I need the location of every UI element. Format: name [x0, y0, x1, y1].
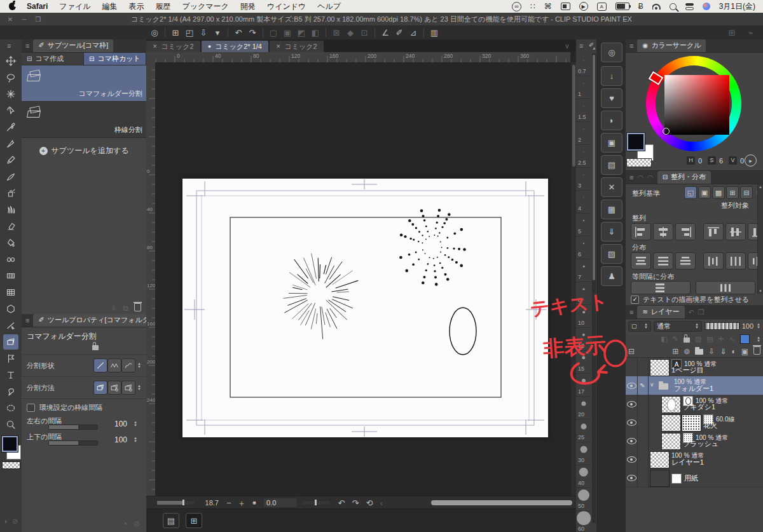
- layer-row-フキダシ1[interactable]: 100 % 通常フキダシ1: [626, 395, 763, 414]
- lock-layer-icon[interactable]: ▨: [695, 335, 701, 343]
- color-wheel-menu-icon[interactable]: ≡: [629, 42, 633, 50]
- layer-row-レイヤー1[interactable]: 100 % 通常レイヤー1: [626, 450, 763, 469]
- edit-column[interactable]: [637, 358, 649, 376]
- align-top-icon[interactable]: [703, 223, 724, 240]
- brush-size-20[interactable]: 20: [576, 397, 591, 419]
- text-tool[interactable]: [3, 367, 18, 383]
- distribute-left-icon[interactable]: [703, 252, 724, 269]
- tab-close-icon[interactable]: ✕: [153, 43, 158, 50]
- decoration-tool[interactable]: [3, 202, 18, 217]
- compare-view-icon[interactable]: ⊞: [186, 513, 202, 528]
- subtool-tab-コマ作成[interactable]: ⊟コマ作成: [22, 53, 84, 65]
- canvas-horizontal-scrollbar[interactable]: [387, 496, 576, 509]
- sv-square[interactable]: [664, 75, 729, 135]
- material-3d-icon[interactable]: ♟: [601, 266, 622, 286]
- subtool-tab-コマ枠カット[interactable]: ⊟コマ枠カット: [84, 53, 146, 65]
- brush-size-25[interactable]: 25: [576, 419, 591, 442]
- delete-layer-icon[interactable]: [753, 346, 760, 356]
- toolbox-menu-icon[interactable]: ≡: [7, 42, 11, 50]
- zoom-out-icon[interactable]: −: [223, 499, 235, 507]
- add-subtool-button[interactable]: + サブツールを追加する: [22, 138, 146, 163]
- mask-extra-icon[interactable]: ▣: [741, 348, 748, 355]
- material-tone-icon[interactable]: ▨: [601, 244, 622, 264]
- balloon-tool[interactable]: [3, 384, 18, 399]
- brush-size-1.5[interactable]: 1.5: [576, 99, 591, 122]
- brush-size-50[interactable]: 50: [576, 488, 591, 511]
- distribute-h-center-icon[interactable]: [725, 252, 746, 269]
- edit-column[interactable]: [637, 413, 649, 432]
- brush-size-30[interactable]: 30: [576, 442, 591, 465]
- canvas-page[interactable]: [182, 179, 548, 437]
- reset-to-default-icon[interactable]: ⊘: [134, 519, 140, 528]
- edit-column[interactable]: [637, 432, 649, 450]
- zoom-in-icon[interactable]: ＋: [235, 499, 248, 507]
- align-panel-scrollbar[interactable]: ▲ ▼: [757, 184, 763, 294]
- layer-row-花火[interactable]: 60.0線花火: [626, 413, 763, 432]
- menu-開発[interactable]: 開発: [240, 2, 256, 11]
- rotate-left-icon[interactable]: ↶: [334, 499, 348, 507]
- brush-size-2[interactable]: 2: [576, 122, 591, 145]
- screen-record-icon[interactable]: ▶: [579, 2, 588, 11]
- slider-上下の間隔[interactable]: [48, 440, 98, 446]
- material-x-icon[interactable]: ✕: [601, 177, 622, 197]
- pen-tool[interactable]: [3, 136, 18, 151]
- undo-icon[interactable]: ↶: [231, 29, 245, 37]
- collapse-icon[interactable]: ‹: [376, 499, 387, 507]
- layer-visibility-toggle[interactable]: [626, 450, 638, 468]
- import-sub-tool-icon[interactable]: ⇩: [111, 304, 117, 313]
- menu-ヘルプ[interactable]: ヘルプ: [317, 2, 341, 11]
- brush-size-60[interactable]: 60: [576, 511, 591, 532]
- frame-border-tool[interactable]: [3, 334, 18, 350]
- blend-tool[interactable]: [3, 252, 18, 267]
- save-icon[interactable]: ⇩: [196, 29, 210, 37]
- redo-icon[interactable]: ↷: [245, 29, 259, 37]
- brush-size-7[interactable]: 7: [576, 259, 591, 282]
- flag-ruler-tool[interactable]: [3, 351, 18, 366]
- transfer-to-lower-icon[interactable]: ⇩: [708, 348, 715, 355]
- brush-size-6[interactable]: 6: [576, 236, 591, 259]
- layer-visibility-toggle[interactable]: [626, 376, 638, 395]
- polygon-figure-tool[interactable]: [3, 301, 18, 317]
- creative-cloud-icon[interactable]: ∞: [512, 2, 521, 11]
- lock-transparent-icon[interactable]: ▤: [706, 335, 713, 343]
- layer-row-フォルダー1[interactable]: ✎∨100 % 通常フォルダー1: [626, 376, 763, 395]
- brush-size-4[interactable]: 4: [576, 191, 591, 214]
- bluetooth-icon[interactable]: Ƀ: [638, 2, 643, 11]
- line-correction-tool[interactable]: [3, 318, 18, 333]
- align-header-extra-icon-2[interactable]: ◠: [647, 174, 654, 182]
- input-source-icon[interactable]: A: [597, 3, 607, 11]
- edit-column[interactable]: [637, 450, 649, 468]
- layer-row-フラッシュ[interactable]: 100 % 通常フラッシュ: [626, 432, 763, 451]
- create-layer-mask-icon[interactable]: ◐: [731, 348, 736, 355]
- select-again-icon[interactable]: ▣: [280, 28, 294, 38]
- basis-selected-layers-icon[interactable]: ◱: [684, 186, 697, 199]
- color-wheel-area[interactable]: H0S6V0 ▸: [626, 53, 763, 170]
- toolbox-transparent-swatch[interactable]: [2, 461, 20, 469]
- delete-sub-tool-icon[interactable]: [134, 303, 141, 313]
- invert-selection-icon[interactable]: ◩: [294, 28, 308, 38]
- equal-space-v-icon[interactable]: [631, 281, 691, 294]
- layer-row-1ページ目[interactable]: A100 % 通常1ページ目: [626, 358, 763, 377]
- blend-mode-dropdown[interactable]: 通常▲▼: [654, 321, 702, 332]
- material-download-icon[interactable]: ↓: [601, 66, 622, 86]
- layer-panel-menu-icon[interactable]: ≡: [629, 308, 633, 316]
- draft-layer-icon[interactable]: [684, 334, 690, 344]
- light-table-icon[interactable]: ✛: [718, 335, 724, 343]
- distribute-v-center-icon[interactable]: [653, 252, 673, 269]
- snap-layer-icon[interactable]: ∿: [729, 335, 735, 343]
- layer-visibility-toggle[interactable]: [626, 395, 638, 413]
- material-favorites-icon[interactable]: ♥: [601, 88, 622, 108]
- material-manga-icon[interactable]: ▤: [601, 155, 622, 175]
- operation-tool[interactable]: [3, 103, 18, 118]
- align-v-center-icon[interactable]: [725, 223, 746, 240]
- foreground-color-swatch[interactable]: [627, 133, 645, 151]
- open-file-icon[interactable]: ◰: [182, 29, 196, 37]
- merge-with-lower-icon[interactable]: ⇓: [720, 348, 726, 355]
- grid-figure-tool[interactable]: [3, 285, 18, 300]
- reference-layer-icon[interactable]: ✎: [673, 335, 678, 343]
- subtool-menu-icon[interactable]: ≡: [25, 42, 29, 50]
- brush-size-menu-icon[interactable]: ≡: [579, 42, 583, 50]
- align-left-icon[interactable]: [631, 223, 651, 240]
- subtool-item-枠線分割[interactable]: 枠線分割: [22, 102, 146, 138]
- menu-ウインドウ[interactable]: ウインドウ: [267, 2, 306, 11]
